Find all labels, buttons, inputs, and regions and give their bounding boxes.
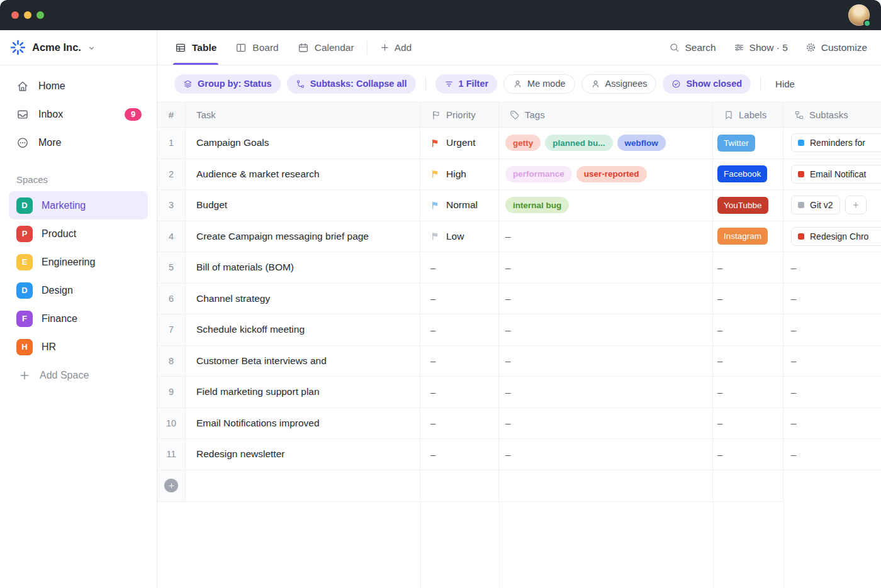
priority-cell[interactable]: Urgent [420, 128, 499, 158]
tags-cell[interactable]: – [499, 221, 713, 252]
tag-getty[interactable]: getty [505, 135, 541, 151]
tags-cell[interactable]: – [499, 346, 713, 377]
priority-cell[interactable]: – [420, 252, 499, 283]
tag-internal-bug[interactable]: internal bug [505, 197, 569, 213]
priority-cell[interactable]: – [420, 284, 499, 314]
maximize-window-button[interactable] [36, 11, 44, 19]
tags-cell[interactable]: – [499, 408, 713, 439]
sidebar-space-finance[interactable]: FFinance [9, 304, 148, 333]
priority-cell[interactable]: – [420, 408, 499, 439]
priority-cell[interactable]: – [420, 377, 499, 408]
tab-board[interactable]: Board [235, 30, 278, 65]
label-youtubbe[interactable]: YouTubbe [717, 197, 768, 214]
subtasks-cell[interactable]: – [783, 284, 881, 314]
task-name-cell[interactable]: Customer Beta interviews and [186, 346, 420, 377]
sidebar-item-home[interactable]: Home [0, 72, 157, 100]
tags-cell[interactable]: – [499, 314, 713, 345]
empty-cell[interactable] [186, 470, 420, 502]
label-twitter[interactable]: Twitter [717, 135, 755, 152]
tags-cell[interactable]: – [499, 252, 713, 283]
user-avatar[interactable] [848, 4, 870, 26]
column-header-task[interactable]: Task [186, 103, 420, 127]
workspace-switcher[interactable]: Acme Inc. [0, 30, 157, 65]
assignees-pill[interactable]: Assignees [581, 74, 657, 94]
subtasks-cell[interactable]: – [783, 439, 881, 470]
labels-cell[interactable]: Facebook [713, 159, 783, 190]
task-name-cell[interactable]: Campaign Goals [186, 128, 420, 158]
task-name-cell[interactable]: Audience & market research [186, 159, 420, 190]
subtasks-cell[interactable]: – [783, 346, 881, 377]
me-mode-pill[interactable]: Me mode [503, 74, 575, 94]
labels-cell[interactable]: Instagram [713, 221, 783, 252]
subtask-chip[interactable]: Email Notificat [791, 165, 881, 184]
task-name-cell[interactable]: Redesign newsletter [186, 439, 420, 470]
labels-cell[interactable]: – [713, 439, 783, 470]
tags-cell[interactable]: – [499, 377, 713, 408]
subtasks-cell[interactable]: – [783, 314, 881, 345]
labels-cell[interactable]: – [713, 252, 783, 283]
tag-performance[interactable]: performance [505, 166, 572, 182]
subtasks-cell[interactable]: Git v2 [783, 190, 881, 221]
priority-cell[interactable]: – [420, 439, 499, 470]
priority-cell[interactable]: – [420, 346, 499, 377]
search-button[interactable]: Search [669, 42, 715, 53]
priority-cell[interactable]: High [420, 159, 499, 190]
subtasks-cell[interactable]: – [783, 408, 881, 439]
tags-cell[interactable]: performanceuser-reported [499, 159, 713, 190]
labels-cell[interactable]: – [713, 314, 783, 345]
label-facebook[interactable]: Facebook [717, 165, 767, 182]
subtasks-cell[interactable]: Redesign Chro [783, 221, 881, 252]
add-subtask-button[interactable] [845, 196, 867, 214]
close-window-button[interactable] [11, 11, 19, 19]
priority-cell[interactable]: Low [420, 221, 499, 252]
label-instagram[interactable]: Instagram [717, 228, 768, 245]
subtask-chip[interactable]: Redesign Chro [791, 227, 881, 246]
hide-button[interactable]: Hide [775, 79, 795, 89]
subtasks-cell[interactable]: Email Notificat [783, 159, 881, 190]
sidebar-item-more[interactable]: More [0, 128, 157, 157]
column-header-num[interactable]: # [157, 103, 186, 127]
priority-cell[interactable]: Normal [420, 190, 499, 221]
labels-cell[interactable]: – [713, 284, 783, 314]
task-name-cell[interactable]: Channel strategy [186, 284, 420, 314]
labels-cell[interactable]: Twitter [713, 128, 783, 158]
add-view-button[interactable]: Add [380, 30, 412, 65]
task-name-cell[interactable]: Budget [186, 190, 420, 221]
sidebar-space-hr[interactable]: HHR [9, 333, 148, 361]
labels-cell[interactable]: – [713, 377, 783, 408]
tags-cell[interactable]: – [499, 439, 713, 470]
tab-calendar[interactable]: Calendar [298, 30, 354, 65]
show-button[interactable]: Show · 5 [734, 42, 788, 53]
show-closed-pill[interactable]: Show closed [663, 74, 751, 94]
labels-cell[interactable]: – [713, 346, 783, 377]
column-header-labels[interactable]: Labels [713, 103, 783, 127]
labels-cell[interactable]: YouTubbe [713, 190, 783, 221]
task-name-cell[interactable]: Field marketing support plan [186, 377, 420, 408]
task-name-cell[interactable]: Schedule kickoff meeting [186, 314, 420, 345]
sidebar-space-marketing[interactable]: DMarketing [9, 191, 148, 219]
task-name-cell[interactable]: Create Campaign messaging brief page [186, 221, 420, 252]
sidebar-space-product[interactable]: PProduct [9, 219, 148, 248]
minimize-window-button[interactable] [24, 11, 31, 19]
task-name-cell[interactable]: Email Notifications improved [186, 408, 420, 439]
subtasks-cell[interactable]: – [783, 377, 881, 408]
column-header-subtasks[interactable]: Subtasks [783, 103, 881, 127]
sidebar-space-design[interactable]: DDesign [9, 276, 148, 304]
tag-planned-bu[interactable]: planned bu... [545, 135, 612, 151]
tags-cell[interactable]: – [499, 284, 713, 314]
tag-user-reported[interactable]: user-reported [576, 166, 647, 182]
column-header-priority[interactable]: Priority [420, 103, 499, 127]
task-name-cell[interactable]: Bill of materials (BOM) [186, 252, 420, 283]
sidebar-item-inbox[interactable]: Inbox9 [0, 100, 157, 128]
tag-webflow[interactable]: webflow [617, 135, 666, 151]
tab-table[interactable]: Table [175, 30, 216, 65]
customize-button[interactable]: Customize [805, 42, 867, 53]
subtasks-cell[interactable]: – [783, 252, 881, 283]
subtask-chip[interactable]: Git v2 [791, 196, 840, 214]
subtasks-collapse-pill[interactable]: Subtasks: Collapse all [287, 74, 416, 94]
add-space-button[interactable]: Add Space [9, 361, 148, 389]
tags-cell[interactable]: internal bug [499, 190, 713, 221]
column-header-tags[interactable]: Tags [499, 103, 713, 127]
subtasks-cell[interactable]: Reminders for [783, 128, 881, 158]
sidebar-space-engineering[interactable]: EEngineering [9, 248, 148, 276]
